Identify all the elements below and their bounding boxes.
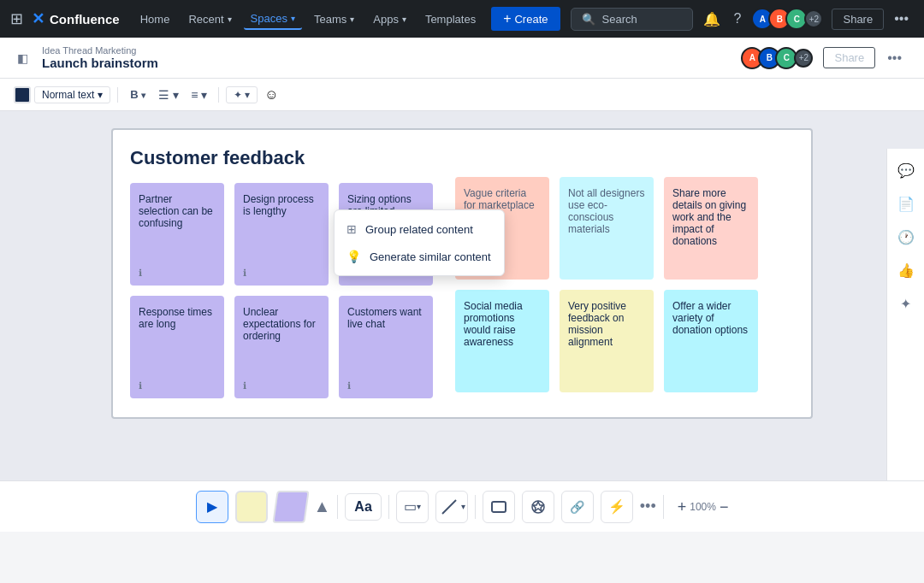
- nav-home[interactable]: Home: [133, 9, 177, 29]
- more-options-icon[interactable]: •••: [889, 8, 914, 30]
- share-button[interactable]: Share: [832, 9, 884, 30]
- page-title: Launch brainstorm: [42, 56, 741, 70]
- sticky-note-8[interactable]: Not all designers use eco-conscious mate…: [560, 177, 654, 280]
- formatting-toolbar: Normal text ▾ B ▾ ☰ ▾ ≡ ▾ ✦ ▾ ☺: [0, 79, 924, 111]
- reactions-icon[interactable]: 👍: [891, 256, 921, 286]
- sticky-note-6[interactable]: Customers want live chat ℹ: [339, 296, 433, 398]
- lightning-icon: ⚡: [608, 498, 625, 515]
- bottom-toolbar-separator-3: [475, 495, 476, 519]
- avatar-group: A B C +2: [751, 8, 823, 30]
- eraser-button[interactable]: ▲: [314, 497, 331, 516]
- sticky-note-12[interactable]: Offer a wider variety of donation option…: [664, 290, 758, 392]
- bottom-toolbar: ▶ ▲ Aa ▭ ▾ ▾ 🔗 ⚡ •••: [0, 480, 924, 532]
- chevron-down-icon: ▾: [402, 15, 406, 24]
- help-icon[interactable]: ?: [729, 8, 747, 30]
- collapse-sidebar-button[interactable]: ◧: [17, 51, 28, 65]
- toolbar-separator: [117, 87, 118, 103]
- zoom-in-button[interactable]: +: [678, 499, 687, 515]
- lightning-tool[interactable]: ⚡: [601, 491, 633, 523]
- info-icon: ℹ: [243, 380, 320, 392]
- chevron-down-icon: ▾: [461, 502, 465, 511]
- page-more-icon[interactable]: •••: [882, 47, 907, 69]
- yellow-swatch[interactable]: [235, 491, 268, 523]
- chevron-down-icon: ▾: [417, 502, 421, 511]
- link-tool[interactable]: 🔗: [561, 491, 594, 523]
- clock-icon[interactable]: 🕐: [891, 222, 921, 252]
- sticky-note-4[interactable]: Response times are long ℹ: [130, 296, 224, 398]
- breadcrumb-area: Idea Thread Marketing Launch brainstorm: [42, 45, 741, 70]
- sticky-note-9[interactable]: Share more details on giving work and th…: [664, 177, 758, 280]
- zoom-separator: [663, 495, 664, 519]
- line-icon: [437, 495, 461, 519]
- header-bar: ◧ Idea Thread Marketing Launch brainstor…: [0, 38, 924, 79]
- rect-icon: [490, 498, 507, 515]
- info-icon: ℹ: [243, 268, 320, 279]
- more-tools-button[interactable]: •••: [640, 498, 656, 515]
- info-icon: ℹ: [139, 268, 216, 279]
- more-sidebar-icon[interactable]: ✦: [893, 289, 918, 319]
- logo[interactable]: ✕ Confluence: [32, 9, 120, 28]
- bottom-toolbar-separator: [337, 495, 338, 519]
- context-menu: ⊞ Group related content 💡 Generate simil…: [334, 209, 505, 276]
- text-tool-button[interactable]: Aa: [345, 493, 381, 521]
- context-menu-item-group[interactable]: ⊞ Group related content: [335, 215, 504, 243]
- chat-icon[interactable]: 💬: [891, 156, 921, 186]
- chevron-down-icon: ▾: [141, 91, 145, 100]
- grid-icon: ⊞: [346, 222, 357, 236]
- bold-button[interactable]: B ▾: [125, 85, 151, 103]
- list-button[interactable]: ☰ ▾: [154, 85, 183, 104]
- search-bar[interactable]: 🔍 Search: [571, 8, 693, 31]
- chevron-down-icon: ▾: [98, 89, 103, 101]
- collab-avatars: A B C +2: [741, 47, 813, 69]
- header-icons: 🔔 ?: [698, 8, 747, 31]
- context-menu-item-generate[interactable]: 💡 Generate similar content: [335, 243, 504, 270]
- sticky-note-11[interactable]: Very positive feedback on mission alignm…: [560, 290, 654, 392]
- chevron-down-icon: ▾: [228, 15, 232, 24]
- grid-icon[interactable]: ⊞: [10, 9, 23, 28]
- svg-line-0: [442, 500, 456, 514]
- bottom-toolbar-separator-2: [388, 495, 389, 519]
- sticky-note-10[interactable]: Social media promotions would raise awar…: [455, 290, 549, 392]
- emoji-button[interactable]: ☺: [261, 85, 281, 104]
- play-button[interactable]: ▶: [196, 491, 228, 523]
- color-swatch[interactable]: [14, 86, 31, 103]
- zoom-out-button[interactable]: −: [720, 499, 729, 515]
- sticky-note-1[interactable]: Partner selection can be confusing ℹ: [130, 183, 224, 286]
- text-style-select[interactable]: Normal text ▾: [34, 86, 110, 103]
- ai-button[interactable]: ✦ ▾: [226, 86, 258, 103]
- page-share-button[interactable]: Share: [823, 47, 875, 68]
- zoom-controls: + 100% −: [678, 499, 729, 515]
- sticky-note-5[interactable]: Unclear expectations for ordering ℹ: [234, 296, 329, 398]
- top-navigation: ⊞ ✕ Confluence Home Recent ▾ Spaces ▾ Te…: [0, 0, 924, 38]
- logo-text: Confluence: [50, 12, 120, 26]
- rectangle-tool[interactable]: [483, 491, 515, 523]
- stamp-icon: [530, 498, 547, 515]
- stamp-tool[interactable]: [522, 491, 554, 523]
- plus-icon: +: [503, 11, 511, 26]
- nav-spaces[interactable]: Spaces ▾: [244, 9, 302, 30]
- ai-icon: ✦: [234, 89, 242, 101]
- confluence-icon: ✕: [32, 9, 44, 28]
- chevron-down-icon: ▾: [350, 15, 354, 24]
- search-icon: 🔍: [582, 13, 595, 26]
- bulb-icon: 💡: [346, 250, 361, 263]
- nav-teams[interactable]: Teams ▾: [307, 9, 361, 29]
- nav-recent[interactable]: Recent ▾: [181, 9, 238, 29]
- purple-swatch[interactable]: [272, 491, 309, 523]
- sticky-note-2[interactable]: Design process is lengthy ℹ: [234, 183, 329, 286]
- align-button[interactable]: ≡ ▾: [187, 85, 211, 104]
- line-tool[interactable]: ▾: [435, 491, 468, 523]
- collab-avatar-count: +2: [794, 49, 813, 68]
- create-button[interactable]: + Create: [491, 7, 560, 31]
- header-actions: A B C +2 Share •••: [741, 47, 907, 69]
- page-icon[interactable]: 📄: [891, 189, 921, 219]
- canvas-title: Customer feedback: [130, 147, 794, 169]
- link-icon: 🔗: [570, 500, 584, 514]
- nav-templates[interactable]: Templates: [418, 9, 483, 29]
- notifications-icon[interactable]: 🔔: [698, 8, 726, 31]
- nav-apps[interactable]: Apps ▾: [366, 9, 413, 29]
- play-icon: ▶: [207, 498, 217, 515]
- shapes-tool[interactable]: ▭ ▾: [396, 491, 429, 523]
- avatar-count: +2: [804, 9, 823, 28]
- toolbar-separator-2: [218, 87, 219, 103]
